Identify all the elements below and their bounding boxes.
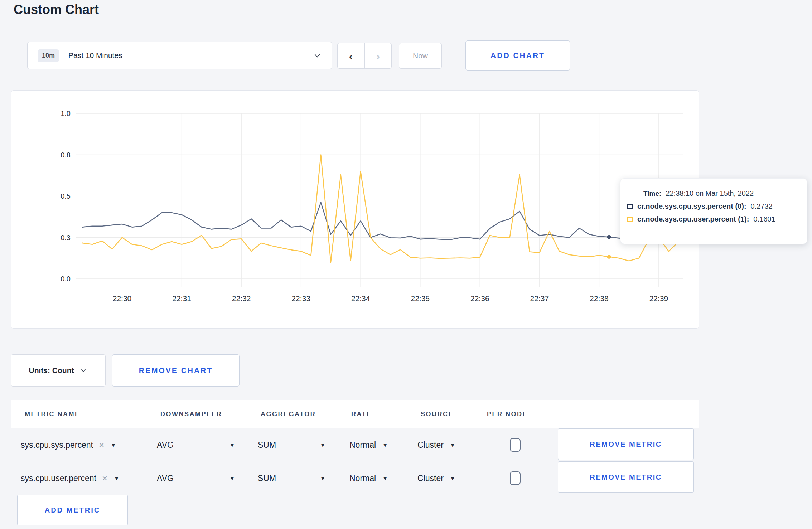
downsampler-select[interactable]: AVG [157,428,174,462]
downsampler-select[interactable]: AVG [157,461,174,495]
chevron-left-icon: ‹ [349,49,353,63]
caret-down-icon[interactable]: ▼ [229,428,235,462]
chart-plot[interactable]: 0.00.30.50.81.022:3022:3122:3222:3322:34… [11,91,700,329]
svg-text:22:31: 22:31 [172,294,191,302]
tooltip-series-name: cr.node.sys.cpu.user.percent (1): [637,215,749,223]
svg-text:22:32: 22:32 [232,294,251,302]
time-back-button[interactable]: ‹ [338,43,365,68]
caret-down-icon: ▼ [450,442,455,448]
add-metric-button[interactable]: ADD METRIC [17,495,128,525]
chart-tooltip: Time:22:38:10 on Mar 15th, 2022 cr.node.… [620,178,807,244]
svg-text:22:37: 22:37 [530,294,549,302]
svg-text:0.5: 0.5 [61,192,71,200]
source-value: Cluster [417,474,444,483]
chart-card: 0.00.30.50.81.022:3022:3122:3222:3322:34… [11,90,699,329]
caret-down-icon[interactable]: ▼ [229,461,235,495]
svg-text:0.8: 0.8 [61,151,71,159]
source-value: Cluster [417,440,444,450]
caret-down-icon: ▼ [382,475,388,481]
svg-text:22:39: 22:39 [649,294,668,302]
chevron-right-icon: › [376,49,380,63]
now-button[interactable]: Now [399,43,442,69]
rate-select[interactable]: Normal ▼ [349,461,388,495]
metric-name-dropdown[interactable]: sys.cpu.sys.percent × ▼ [21,428,116,462]
svg-text:22:35: 22:35 [411,294,430,302]
toolbar-divider [11,42,11,69]
col-header-source: SOURCE [421,400,454,428]
remove-metric-button[interactable]: REMOVE METRIC [558,428,694,460]
chevron-down-icon [79,367,87,374]
per-node-checkbox[interactable] [510,438,521,452]
metric-name-value: sys.cpu.user.percent [21,474,96,483]
col-header-per-node: PER NODE [487,400,528,428]
svg-text:0.0: 0.0 [61,275,71,283]
svg-text:22:33: 22:33 [291,294,310,302]
metric-name-dropdown[interactable]: sys.cpu.user.percent × ▼ [21,461,119,495]
remove-chart-button[interactable]: REMOVE CHART [112,354,240,387]
time-forward-button[interactable]: › [365,43,392,68]
col-header-downsampler: DOWNSAMPLER [160,400,222,428]
metric-name-value: sys.cpu.sys.percent [21,440,93,450]
col-header-aggregator: AGGREGATOR [261,400,316,428]
svg-text:22:38: 22:38 [590,294,609,302]
metric-row: sys.cpu.sys.percent × ▼ AVG ▼ SUM ▼ Norm… [11,428,699,462]
col-header-metric-name: METRIC NAME [25,400,80,428]
caret-down-icon[interactable]: ▼ [111,442,116,448]
aggregator-select[interactable]: SUM [258,428,276,462]
close-icon[interactable]: × [102,473,107,484]
metric-row: sys.cpu.user.percent × ▼ AVG ▼ SUM ▼ Nor… [11,461,699,495]
caret-down-icon[interactable]: ▼ [320,461,325,495]
source-select[interactable]: Cluster ▼ [417,461,455,495]
units-dropdown[interactable]: Units: Count [11,354,106,387]
time-range-dropdown[interactable]: 10m Past 10 Minutes [27,42,332,69]
svg-text:22:36: 22:36 [470,294,489,302]
time-range-label: Past 10 Minutes [68,51,313,60]
caret-down-icon: ▼ [382,442,388,448]
caret-down-icon[interactable]: ▼ [320,428,325,462]
time-range-badge: 10m [38,49,59,62]
chevron-down-icon [313,51,322,60]
caret-down-icon: ▼ [450,475,455,481]
col-header-rate: RATE [351,400,372,428]
svg-text:1.0: 1.0 [61,110,71,117]
svg-text:22:34: 22:34 [351,294,370,302]
caret-down-icon[interactable]: ▼ [114,475,119,481]
tooltip-time-value: 22:38:10 on Mar 15th, 2022 [666,189,754,197]
svg-text:0.3: 0.3 [61,234,71,242]
series-swatch-icon [627,217,633,222]
tooltip-series-name: cr.node.sys.cpu.sys.percent (0): [637,202,746,210]
aggregator-select[interactable]: SUM [258,461,276,495]
tooltip-series-row: cr.node.sys.cpu.sys.percent (0): 0.2732 [627,202,798,210]
series-swatch-icon [627,204,633,209]
rate-select[interactable]: Normal ▼ [349,428,388,462]
tooltip-time-label: Time: [643,190,661,197]
tooltip-series-value: 0.2732 [751,202,773,210]
source-select[interactable]: Cluster ▼ [417,428,455,462]
tooltip-series-row: cr.node.sys.cpu.user.percent (1): 0.1601 [627,215,798,223]
per-node-checkbox[interactable] [510,471,521,485]
add-chart-button[interactable]: ADD CHART [465,40,570,71]
tooltip-time-row: Time:22:38:10 on Mar 15th, 2022 [643,189,798,198]
svg-text:22:30: 22:30 [113,294,132,302]
remove-metric-button[interactable]: REMOVE METRIC [558,461,694,493]
rate-value: Normal [349,474,376,483]
time-nav-group: ‹ › [337,43,392,69]
units-label: Units: Count [29,366,74,375]
close-icon[interactable]: × [99,440,104,451]
metrics-table-header: METRIC NAME DOWNSAMPLER AGGREGATOR RATE … [11,400,699,428]
page-title: Custom Chart [14,2,99,17]
rate-value: Normal [349,440,376,450]
tooltip-series-value: 0.1601 [753,215,775,223]
